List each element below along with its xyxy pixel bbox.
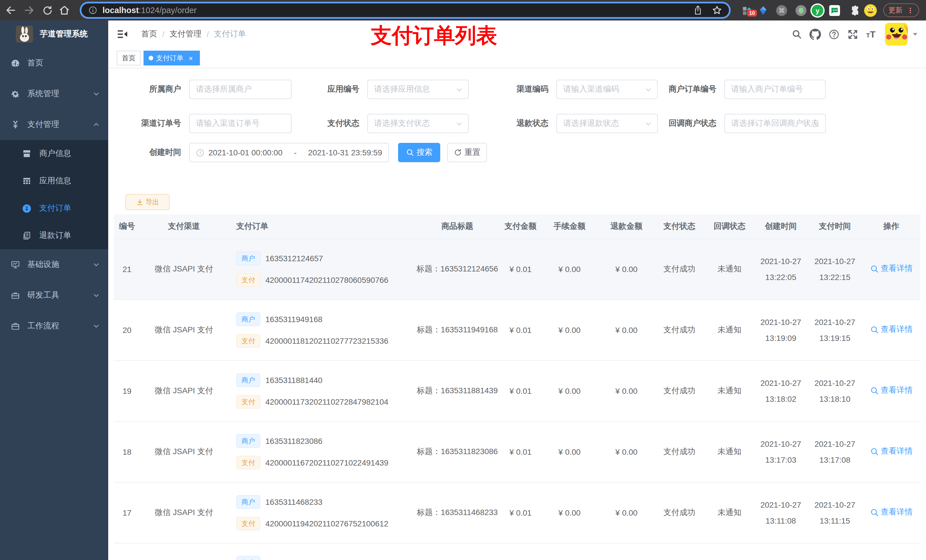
extension-record-icon[interactable]: [795, 0, 807, 21]
sidebar-logo[interactable]: 芋道管理系统: [0, 21, 108, 48]
sidebar-subitem-0[interactable]: 商户信息: [0, 140, 108, 167]
avatar[interactable]: [885, 23, 908, 45]
sidebar-item-2[interactable]: 支付管理: [0, 109, 108, 140]
kebab-menu-icon[interactable]: [906, 6, 914, 15]
table-row[interactable]: 19微信 JSAPI 支付商户1635311881440支付4200001173…: [114, 360, 920, 421]
view-detail-link[interactable]: 查看详情: [870, 447, 912, 457]
chevron-down-icon: [93, 292, 100, 299]
breadcrumb-item[interactable]: 首页: [141, 29, 157, 39]
filter-select[interactable]: 请输入渠道编码: [557, 80, 658, 99]
filter-select[interactable]: 请选择订单回调商户状态: [725, 114, 826, 133]
chevron-down-icon: [645, 120, 652, 127]
search-button[interactable]: 搜索: [398, 143, 440, 162]
sidebar-item-1[interactable]: 系统管理: [0, 78, 108, 109]
help-icon[interactable]: [825, 29, 843, 39]
site-info-icon[interactable]: [88, 6, 97, 15]
tab-close-icon[interactable]: ×: [187, 54, 195, 62]
extension-gem-icon[interactable]: [759, 0, 767, 21]
search-icon[interactable]: [787, 29, 806, 39]
filter-input[interactable]: 请输入渠道订单号: [189, 114, 292, 133]
date-end-value[interactable]: 2021-10-31 23:59:59: [308, 148, 382, 157]
browser-home-icon[interactable]: [58, 0, 71, 21]
filter-label: 回调商户状态: [658, 118, 725, 128]
filter-input[interactable]: 请输入商户订单编号: [725, 80, 826, 99]
sidebar-item-0[interactable]: 首页: [0, 48, 108, 78]
table-row[interactable]: 商户1635311251796: [114, 543, 920, 560]
filter-select[interactable]: 请选择支付状态: [367, 114, 469, 133]
column-header: 支付时间: [808, 221, 862, 232]
navbar: 首页 / 支付管理 / 支付订单 支付订单列表 TT: [108, 21, 926, 48]
view-detail-link[interactable]: 查看详情: [870, 386, 912, 396]
filter-select[interactable]: 请选择应用信息: [367, 80, 469, 99]
filter-select[interactable]: 请选择退款状态: [557, 114, 658, 133]
breadcrumb-current: 支付订单: [214, 29, 246, 39]
search-button-icon: [406, 148, 414, 157]
tab-pay-order[interactable]: 支付订单×: [144, 51, 200, 65]
extension-command-icon[interactable]: ⌘: [776, 0, 788, 21]
extension-blocks-icon[interactable]: 10: [742, 0, 752, 21]
merchant-tag: 商户: [236, 252, 260, 265]
extensions-puzzle-icon[interactable]: [850, 0, 861, 21]
chevron-down-icon: [645, 86, 652, 93]
extension-y-icon[interactable]: y: [810, 0, 825, 21]
sidebar-subitem-1[interactable]: 应用信息: [0, 167, 108, 195]
filter-label-create-time: 创建时间: [120, 147, 189, 158]
date-start-value[interactable]: 2021-10-01 00:00:00: [209, 148, 283, 157]
extension-badge: 10: [747, 10, 757, 17]
extension-chat-icon[interactable]: [829, 0, 840, 21]
monitor-icon: [11, 260, 20, 269]
chevron-down-icon: [455, 120, 463, 127]
url-host: localhost: [103, 6, 139, 15]
filter-input[interactable]: 请选择所属商户: [189, 80, 292, 99]
merchant-tag: 商户: [236, 434, 260, 448]
github-icon[interactable]: [806, 28, 825, 40]
filter-label: 渠道编码: [469, 84, 557, 95]
sidebar-subitem-3[interactable]: 退款订单: [0, 222, 108, 249]
orders-table: 编号支付渠道支付订单商品标题支付金额手续金额退款金额支付状态回调状态创建时间支付…: [114, 214, 920, 560]
browser-back-icon[interactable]: [5, 0, 17, 21]
view-detail-link[interactable]: 查看详情: [870, 507, 912, 518]
grid-icon: [22, 177, 31, 186]
avatar-caret-icon[interactable]: [912, 31, 918, 38]
pay-tag: 支付: [236, 273, 260, 287]
pay-tag: 支付: [236, 456, 260, 469]
breadcrumb-item[interactable]: 支付管理: [170, 29, 201, 39]
reset-button[interactable]: 重置: [447, 143, 487, 162]
profile-emoji-icon[interactable]: [863, 0, 878, 21]
filter-label: 商户订单编号: [658, 84, 725, 95]
column-header: 手续金额: [540, 221, 599, 232]
tab-home[interactable]: 首页: [117, 51, 141, 65]
browser-forward-icon[interactable]: [23, 0, 35, 21]
filter-label: 渠道订单号: [120, 118, 189, 128]
sidebar-subitem-2[interactable]: 支付订单: [0, 195, 108, 222]
bookmark-star-icon[interactable]: [712, 5, 722, 15]
view-detail-link[interactable]: 查看详情: [870, 325, 912, 335]
svg-text:T: T: [870, 29, 875, 39]
svg-text:T: T: [866, 32, 870, 39]
table-row[interactable]: 17微信 JSAPI 支付商户1635311468233支付4200001194…: [114, 482, 920, 543]
chevron-down-icon: [93, 261, 100, 268]
view-detail-link[interactable]: 查看详情: [870, 264, 912, 274]
share-icon[interactable]: [694, 5, 702, 15]
browser-reload-icon[interactable]: [41, 0, 53, 21]
table-row[interactable]: 21微信 JSAPI 支付商户1635312124657支付4200001174…: [114, 238, 920, 299]
table-row[interactable]: 18微信 JSAPI 支付商户1635311823086支付4200001167…: [114, 421, 920, 482]
export-button[interactable]: 导出: [125, 194, 170, 210]
table-row[interactable]: 20微信 JSAPI 支付商户1635311949168支付4200001181…: [114, 299, 920, 360]
sidebar-item-5[interactable]: 工作流程: [0, 311, 108, 341]
sidebar-item-4[interactable]: 研发工具: [0, 280, 108, 311]
font-size-icon[interactable]: TT: [862, 29, 881, 40]
url-bar[interactable]: localhost:1024/pay/order: [80, 2, 731, 19]
column-header: 创建时间: [754, 221, 808, 232]
sidebar-toggle-icon[interactable]: [117, 29, 128, 40]
pay-tag: 支付: [236, 395, 260, 409]
sidebar-item-3[interactable]: 基础设施: [0, 249, 108, 280]
shop-icon: [22, 149, 31, 158]
fullscreen-icon[interactable]: [843, 29, 862, 39]
create-time-range-input[interactable]: 2021-10-01 00:00:00 - 2021-10-31 23:59:5…: [189, 143, 389, 162]
magnifier-icon: [870, 447, 878, 456]
logo-rabbit-icon: [16, 26, 33, 43]
magnifier-icon: [870, 326, 878, 334]
chrome-update-button[interactable]: 更新: [883, 3, 919, 17]
merchant-tag: 商户: [236, 312, 260, 326]
